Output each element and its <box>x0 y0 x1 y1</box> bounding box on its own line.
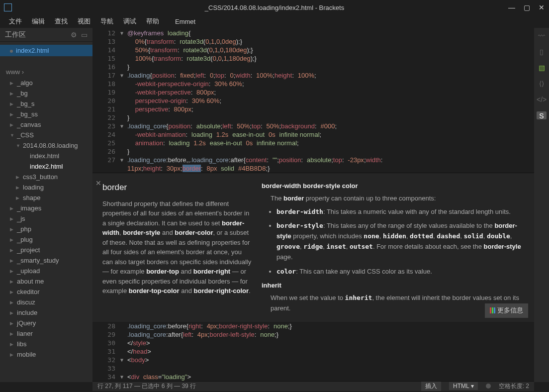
line-gutter-bottom: 28293031323334 <box>92 322 120 381</box>
app-icon <box>4 3 12 11</box>
tree-item[interactable]: ▶discuz <box>0 297 92 307</box>
titlebar: _CSS/2014.08.08.loading/index2.html - Br… <box>0 0 549 15</box>
line-gutter: 12131415161718192021222324252627 <box>92 29 120 173</box>
hint-description: Shorthand property that defines the diff… <box>102 199 252 296</box>
tree-item[interactable]: ▼_CSS <box>0 130 92 140</box>
tab-size[interactable]: 空格长度: 2 <box>499 382 529 391</box>
window-controls: — ▢ ✕ <box>504 0 549 15</box>
tree-item[interactable]: ▶mobile <box>0 349 92 360</box>
close-icon[interactable]: ✕ <box>95 179 101 187</box>
tree-item[interactable]: ▶_smarty_study <box>0 255 92 266</box>
sidebar-header: 工作区 ⚙ ▭ <box>0 28 92 42</box>
open-files: index2.html <box>0 42 92 59</box>
file-tree: www › ▶_algo▶_bg▶_bg_s▶_bg_ss▶_canvas▼_C… <box>0 64 92 362</box>
hint-syntax-header: border-width border-style color <box>262 182 358 190</box>
bracket-icon[interactable]: ⟨⟩ <box>537 80 547 88</box>
statusbar: 行 27, 列 117 — 已选中 6 列 — 39 行 插入 HTML ▾ 空… <box>92 381 534 391</box>
editor[interactable]: 12131415161718192021222324252627 ▼▼▼▼ @k… <box>92 28 534 382</box>
hint-details: border-width border-style color The bord… <box>262 181 524 314</box>
open-file-item[interactable]: index2.html <box>0 45 92 56</box>
tree-item[interactable]: ▶_plug <box>0 234 92 245</box>
tree-item[interactable]: ▶_algo <box>0 78 92 88</box>
sidebar: 工作区 ⚙ ▭ index2.html www › ▶_algo▶_bg▶_bg… <box>0 28 92 382</box>
tree-item[interactable]: ▶about me <box>0 276 92 287</box>
more-info-button[interactable]: 更多信息 <box>485 303 528 318</box>
tree-item[interactable]: ▶_js <box>0 213 92 224</box>
split-icon[interactable]: ▭ <box>81 31 88 39</box>
hint-title: border <box>102 181 252 194</box>
gear-icon[interactable]: ⚙ <box>71 31 77 39</box>
fold-gutter-bottom[interactable]: ▼▼ <box>120 322 127 381</box>
code-content-top[interactable]: @keyframes loading{ 0%{transform: rotate… <box>127 29 534 173</box>
tree-item[interactable]: ▶lianer <box>0 328 92 339</box>
close-button[interactable]: ✕ <box>534 0 549 15</box>
tree-item[interactable]: ▶_bg <box>0 88 92 98</box>
tree-item[interactable]: ▶libs <box>0 339 92 349</box>
live-preview-icon[interactable]: 〰 <box>537 32 547 40</box>
tree-item[interactable]: ▼2014.08.08.loading <box>0 140 92 151</box>
tree-item[interactable]: ▶shape <box>0 193 92 203</box>
status-indicator <box>486 384 491 389</box>
extension-manager-icon[interactable]: ▧ <box>537 64 547 72</box>
cursor-position: 行 27, 列 117 — 已选中 6 列 — 39 行 <box>97 382 196 391</box>
language-mode[interactable]: HTML ▾ <box>449 382 478 390</box>
tree-item[interactable]: ▶include <box>0 307 92 318</box>
tree-item[interactable]: ▶_bg_s <box>0 98 92 109</box>
tree-item[interactable]: ▶_images <box>0 203 92 213</box>
tree-item[interactable]: ▶jQuery <box>0 318 92 328</box>
tree-item[interactable]: ▶_php <box>0 224 92 234</box>
tree-item[interactable]: ▶_upload <box>0 266 92 276</box>
menubar: 文件 编辑 查找 视图 导航 调试 帮助 Emmet <box>0 15 549 28</box>
inherit-label: inherit <box>262 282 281 289</box>
minimize-button[interactable]: — <box>504 0 519 15</box>
tree-item[interactable]: ▶css3_button <box>0 172 92 182</box>
window-title: _CSS/2014.08.08.loading/index2.html - Br… <box>205 4 344 11</box>
menu-navigate[interactable]: 导航 <box>95 15 118 27</box>
tree-item[interactable]: index.html <box>0 151 92 161</box>
menu-edit[interactable]: 编辑 <box>27 15 50 27</box>
menu-debug[interactable]: 调试 <box>118 15 141 27</box>
tree-item[interactable]: ▶ckeditor <box>0 287 92 297</box>
tree-item[interactable]: ▶_project <box>0 245 92 255</box>
phone-icon[interactable]: ▯ <box>537 48 547 56</box>
extension-rail: 〰 ▯ ▧ ⟨⟩ </> S <box>534 28 549 382</box>
tree-item[interactable]: ▶loading <box>0 182 92 193</box>
insert-mode[interactable]: 插入 <box>421 382 441 391</box>
tree-item[interactable]: ▶_canvas <box>0 119 92 130</box>
menu-view[interactable]: 视图 <box>73 15 95 27</box>
tree-item[interactable]: index2.html <box>0 161 92 172</box>
menu-find[interactable]: 查找 <box>50 15 73 27</box>
tree-breadcrumb[interactable]: www › <box>0 66 92 78</box>
tree-item[interactable]: ▶_bg_ss <box>0 109 92 119</box>
code-icon[interactable]: </> <box>537 96 547 103</box>
code-content-bottom[interactable]: .loading_core:before{right: 4px;border-r… <box>127 322 534 381</box>
menu-file[interactable]: 文件 <box>4 15 27 27</box>
menu-emmet[interactable]: Emmet <box>170 16 200 27</box>
menu-help[interactable]: 帮助 <box>141 15 164 27</box>
sidebar-title: 工作区 <box>5 30 26 39</box>
maximize-button[interactable]: ▢ <box>519 0 534 15</box>
fold-gutter[interactable]: ▼▼▼▼ <box>120 29 127 173</box>
s-icon[interactable]: S <box>537 111 547 119</box>
quick-docs-panel: ✕ border Shorthand property that defines… <box>92 173 534 322</box>
